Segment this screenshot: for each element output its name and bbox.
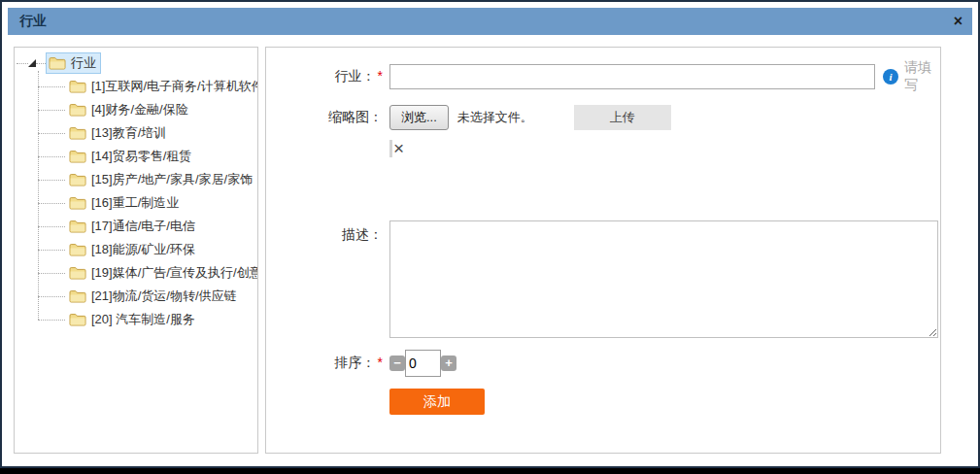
description-row: 描述：: [266, 220, 940, 338]
browse-button[interactable]: 浏览...: [389, 105, 449, 130]
folder-icon: [69, 173, 86, 186]
broken-image-icon: [389, 140, 392, 157]
tree-item[interactable]: [4]财务/金融/保险: [38, 98, 255, 121]
tree-children: [1]互联网/电子商务/计算机软件 [4]财务/金融/保险: [38, 75, 255, 331]
expander-icon[interactable]: [28, 59, 36, 67]
thumbnail-preview: ×: [389, 139, 940, 158]
industry-input[interactable]: [389, 64, 875, 89]
tree-item-label: [21]物流/货运/物转/供应链: [91, 288, 237, 305]
sort-label: 排序：*: [266, 355, 389, 372]
tree-root-label: 行业: [71, 54, 96, 72]
tree-item[interactable]: [1]互联网/电子商务/计算机软件: [38, 75, 255, 98]
tree-item[interactable]: [17]通信/电子/电信: [38, 215, 255, 238]
folder-icon: [69, 220, 86, 233]
folder-icon: [69, 196, 86, 210]
tree-connector: [38, 273, 65, 274]
tree-item-label: [16]重工/制造业: [91, 194, 179, 212]
sort-input[interactable]: [405, 350, 441, 377]
industry-label: 行业：*: [266, 68, 389, 85]
tree-item[interactable]: [20] 汽车制造/服务: [38, 308, 255, 331]
upload-button[interactable]: 上传: [574, 105, 671, 130]
broken-image-icon: ×: [393, 140, 404, 157]
tree-item[interactable]: [21]物流/货运/物转/供应链: [38, 285, 255, 308]
required-mark: *: [378, 355, 383, 370]
tree-item[interactable]: [15]房产/地产/家具/家居/家饰: [38, 168, 255, 191]
folder-icon: [49, 56, 66, 70]
description-textarea[interactable]: [389, 220, 938, 338]
folder-icon: [69, 150, 86, 163]
tree-connector: [38, 156, 65, 157]
folder-icon: [69, 289, 86, 303]
industry-tree-panel: 行业 [1]互: [14, 47, 258, 454]
tree-root-row[interactable]: 行业: [17, 51, 255, 75]
tree-item-label: [1]互联网/电子商务/计算机软件: [91, 78, 258, 95]
thumbnail-label: 缩略图：: [266, 109, 389, 126]
dialog-title: 行业: [19, 13, 47, 30]
sort-row: 排序：* − +: [266, 350, 940, 377]
add-row: 添加: [389, 389, 940, 415]
folder-icon: [69, 80, 86, 93]
industry-row: 行业：* i 请填写: [266, 59, 940, 94]
industry-form-panel: 行业：* i 请填写 缩略图： 浏览... 未选择文件。 上传 × 描述： 排序…: [265, 47, 941, 454]
tree-connector: [38, 296, 65, 297]
tree-connector: [38, 203, 65, 204]
tree-item[interactable]: [19]媒体/广告/宣传及执行/创意: [38, 261, 255, 285]
tree-item[interactable]: [14]贸易零售/租赁: [38, 145, 255, 168]
tree-item[interactable]: [13]教育/培训: [38, 121, 255, 145]
tree-connector: [17, 63, 28, 64]
required-mark: *: [378, 68, 383, 84]
tree-connector: [38, 133, 65, 134]
tree-item-label: [14]贸易零售/租赁: [91, 148, 191, 165]
tree-connector: [36, 63, 46, 64]
tree-connector: [38, 320, 65, 321]
tree-connector: [38, 180, 65, 181]
tree-root-node[interactable]: 行业: [46, 52, 101, 74]
tree-item-label: [17]通信/电子/电信: [91, 218, 195, 235]
tree-item-label: [4]财务/金融/保险: [91, 101, 188, 118]
dialog-content: 行业 [1]互: [8, 47, 972, 454]
folder-icon: [69, 266, 86, 280]
close-icon[interactable]: ×: [954, 14, 963, 29]
tree-item-label: [13]教育/培训: [91, 124, 166, 142]
info-icon: i: [883, 69, 898, 85]
tree-connector: [38, 110, 65, 111]
tree-item[interactable]: [18]能源/矿业/环保: [38, 238, 255, 261]
tree-item-label: [18]能源/矿业/环保: [91, 241, 195, 258]
fill-in-hint: 请填写: [904, 59, 940, 94]
folder-icon: [69, 103, 86, 117]
tree-item-label: [20] 汽车制造/服务: [91, 311, 195, 328]
tree-item-label: [15]房产/地产/家具/家居/家饰: [91, 171, 253, 188]
thumbnail-row: 缩略图： 浏览... 未选择文件。 上传: [266, 105, 940, 130]
tree-connector: [38, 250, 65, 251]
folder-icon: [69, 313, 86, 326]
tree-item[interactable]: [16]重工/制造业: [38, 191, 255, 215]
minus-button[interactable]: −: [389, 356, 405, 371]
industry-dialog: 行业 × 行业: [0, 0, 980, 468]
tree-connector: [38, 226, 65, 227]
folder-icon: [69, 243, 86, 256]
description-label: 描述：: [266, 220, 389, 244]
add-button[interactable]: 添加: [389, 389, 485, 415]
folder-icon: [69, 126, 86, 140]
plus-button[interactable]: +: [441, 356, 456, 371]
dialog-titlebar: 行业 ×: [8, 8, 972, 35]
tree-item-label: [19]媒体/广告/宣传及执行/创意: [91, 264, 258, 282]
no-file-selected-text: 未选择文件。: [457, 109, 551, 126]
industry-tree: 行业 [1]互: [17, 51, 255, 331]
tree-connector: [38, 86, 65, 87]
